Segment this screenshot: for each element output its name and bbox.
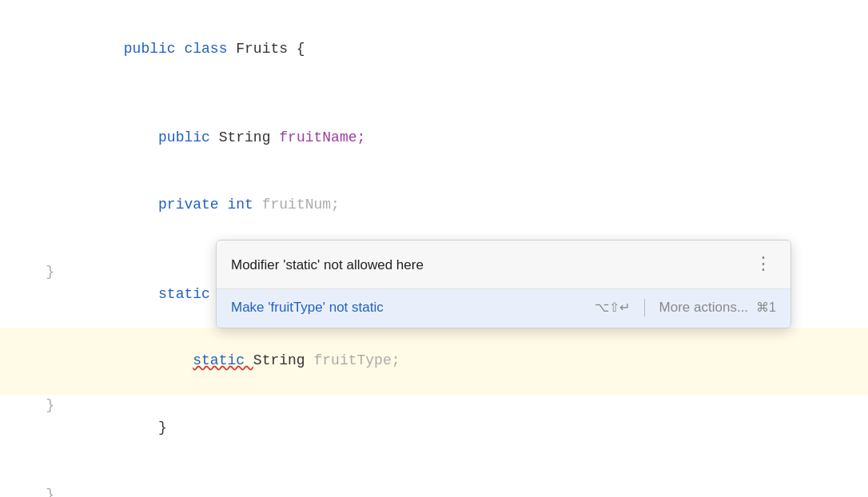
code-content: private int fruitNum; xyxy=(64,172,340,239)
brace-icon: } xyxy=(46,261,54,284)
field: fruitNum; xyxy=(262,197,340,213)
keyword: class xyxy=(184,41,236,57)
code-content: static String fruitType; xyxy=(64,328,400,395)
action-separator xyxy=(644,299,645,316)
code-line-error: static String fruitType; xyxy=(0,328,868,395)
tooltip-message: Modifier 'static' not allowed here xyxy=(231,255,424,276)
code-content: } xyxy=(64,395,167,462)
code-line: private int fruitNum; xyxy=(0,172,868,239)
field: fruitType; xyxy=(313,352,400,368)
code-content xyxy=(64,462,81,484)
keyword-error: static xyxy=(193,352,253,368)
line-gutter: } xyxy=(0,395,64,417)
keyword: public xyxy=(158,129,219,145)
code-line: public String fruitName; xyxy=(0,105,868,173)
code-line: public class Fruits { xyxy=(0,16,868,83)
brace: } xyxy=(124,419,167,435)
code-content: public class Fruits { xyxy=(64,16,305,83)
identifier: Fruits { xyxy=(236,41,305,57)
code-content: public xyxy=(64,484,219,497)
tooltip-header: Modifier 'static' not allowed here ⋮ xyxy=(217,241,790,289)
brace-icon: } xyxy=(46,484,54,497)
fix-action-button[interactable]: Make 'fruitType' not static xyxy=(231,297,587,318)
keyword: static xyxy=(158,286,219,302)
line-gutter: } xyxy=(0,261,64,284)
indent xyxy=(124,286,158,302)
indent xyxy=(124,352,193,368)
code-line xyxy=(0,83,868,105)
line-gutter: } xyxy=(0,484,64,497)
type: String xyxy=(253,352,314,368)
indent xyxy=(124,197,158,213)
code-line xyxy=(0,462,868,484)
code-editor: public class Fruits { public String frui… xyxy=(0,0,868,497)
fix-shortcut: ⌥⇧↵ xyxy=(595,298,630,318)
code-line: } } xyxy=(0,395,868,462)
code-line: } public xyxy=(0,484,868,497)
keyword: private xyxy=(158,197,227,213)
tooltip-actions: Make 'fruitType' not static ⌥⇧↵ More act… xyxy=(217,289,790,328)
code-content xyxy=(64,83,81,105)
tooltip-more-icon[interactable]: ⋮ xyxy=(751,252,776,279)
keyword: public xyxy=(124,41,185,57)
keyword: int xyxy=(227,197,261,213)
indent xyxy=(124,129,158,145)
code-content xyxy=(64,239,81,261)
error-tooltip: Modifier 'static' not allowed here ⋮ Mak… xyxy=(216,240,791,328)
code-content: public String fruitName; xyxy=(64,105,365,173)
brace-icon: } xyxy=(46,395,54,417)
more-actions-shortcut: ⌘1 xyxy=(756,298,776,318)
type: String xyxy=(219,129,280,145)
field: fruitName; xyxy=(279,129,365,145)
more-actions-button[interactable]: More actions... xyxy=(659,297,749,318)
